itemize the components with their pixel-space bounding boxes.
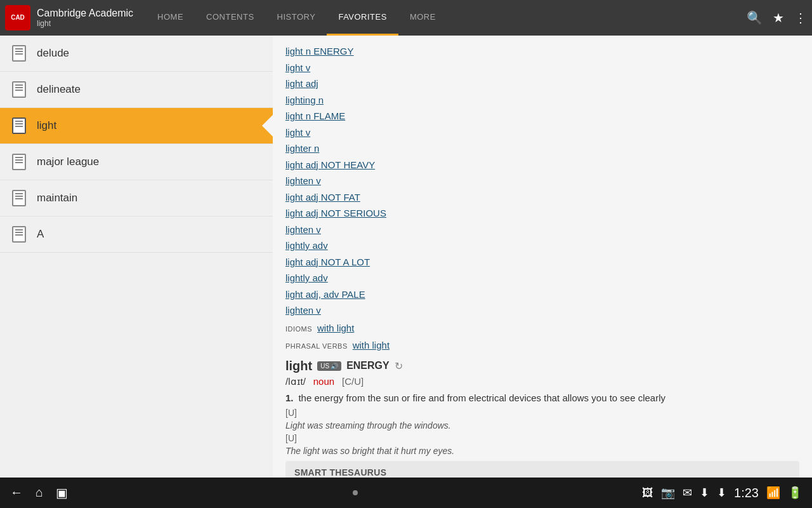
main-layout: delude delineate light major league main…	[0, 36, 812, 478]
download-icon[interactable]: ⬇	[700, 486, 709, 500]
doc-icon-A	[10, 225, 28, 243]
def1-grammar-tag-2: [U]	[285, 433, 799, 443]
phrasal-verbs-label: PHRASAL VERBS	[285, 342, 348, 350]
battery-icon: 🔋	[788, 486, 802, 500]
status-time: 1:23	[734, 486, 759, 500]
entry-phonetics: /lɑɪt/ noun [C/U]	[285, 376, 799, 387]
tab-home[interactable]: HOME	[146, 0, 195, 36]
menu-icon[interactable]: ⋮	[794, 10, 807, 25]
word-link-16[interactable]: lighten v	[285, 302, 799, 319]
entry-grammar: [C/U]	[342, 376, 363, 387]
sidebar-item-light[interactable]: light	[0, 108, 273, 144]
statusbar: ← ⌂ ▣ 🖼 📷 ✉ ⬇ ⬇ 1:23 📶 🔋	[0, 478, 812, 508]
def1-body: the energy from the sun or fire and from…	[298, 392, 665, 403]
word-link-0[interactable]: light n ENERGY	[285, 43, 799, 60]
word-link-14[interactable]: lightly adv	[285, 270, 799, 286]
status-right: 🖼 📷 ✉ ⬇ ⬇ 1:23 📶 🔋	[642, 486, 802, 500]
home-icon[interactable]: ⌂	[36, 485, 43, 500]
topbar: CAD Cambridge Academic light HOME CONTEN…	[0, 0, 812, 36]
sidebar-label-maintain: maintain	[37, 192, 77, 204]
tab-favorites[interactable]: FAVORITES	[327, 0, 398, 36]
sidebar-label-light: light	[37, 119, 56, 132]
word-link-5[interactable]: light v	[285, 124, 799, 141]
sidebar-label-delineate: delineate	[37, 83, 81, 96]
def1-num: 1.	[285, 392, 294, 403]
sidebar: delude delineate light major league main…	[0, 36, 273, 478]
recents-icon[interactable]: ▣	[56, 485, 68, 500]
word-link-8[interactable]: lighten v	[285, 173, 799, 189]
sidebar-item-delude[interactable]: delude	[0, 36, 273, 72]
sidebar-label-major-league: major league	[37, 156, 99, 168]
star-icon[interactable]: ★	[773, 10, 784, 25]
word-link-4[interactable]: light n FLAME	[285, 108, 799, 124]
doc-icon-major-league	[10, 153, 28, 171]
idioms-label: IDIOMS	[285, 325, 312, 333]
phonetic-text: /lɑɪt/	[285, 376, 306, 387]
definition-1: 1. the energy from the sun or fire and f…	[285, 391, 799, 478]
idioms-link[interactable]: with light	[317, 323, 354, 333]
word-link-11[interactable]: lighten v	[285, 222, 799, 238]
tab-more[interactable]: MORE	[398, 0, 447, 36]
sidebar-item-delineate[interactable]: delineate	[0, 72, 273, 108]
app-subtitle: light	[37, 19, 133, 28]
entry-header: light US 🔊 ENERGY ↻	[285, 359, 799, 373]
phrasal-verbs-row: PHRASAL VERBS with light	[285, 337, 799, 354]
word-link-1[interactable]: light v	[285, 60, 799, 76]
def1-grammar-tag: [U]	[285, 408, 799, 418]
doc-icon-maintain	[10, 189, 28, 207]
app-icon: CAD	[5, 5, 30, 30]
content-panel: light n ENERGY light v light adj lightin…	[273, 36, 812, 478]
word-link-7[interactable]: light adj NOT HEAVY	[285, 157, 799, 173]
home-dot	[353, 490, 358, 495]
app-title: Cambridge Academic	[37, 8, 133, 19]
entry-word: light	[285, 359, 312, 373]
idioms-row: IDIOMS with light	[285, 320, 799, 337]
sidebar-item-maintain[interactable]: maintain	[0, 180, 273, 217]
word-link-10[interactable]: light adj NOT SERIOUS	[285, 205, 799, 222]
status-center	[353, 490, 358, 495]
def1-text: 1. the energy from the sun or fire and f…	[285, 391, 799, 406]
back-icon[interactable]: ←	[10, 485, 23, 500]
doc-icon-delude	[10, 44, 28, 62]
audio-badge[interactable]: US 🔊	[317, 361, 341, 371]
entry-category: ENERGY	[346, 360, 390, 371]
wifi-icon: 📶	[766, 486, 780, 500]
search-icon[interactable]: 🔍	[747, 10, 763, 25]
doc-icon-delineate	[10, 81, 28, 98]
word-link-12[interactable]: lightly adv	[285, 237, 799, 254]
word-link-15[interactable]: light adj, adv PALE	[285, 286, 799, 303]
refresh-icon[interactable]: ↻	[395, 360, 403, 372]
entry-section: light US 🔊 ENERGY ↻ /lɑɪt/ noun [C/U] 1.	[285, 359, 799, 478]
entry-pos: noun	[313, 376, 334, 387]
download2-icon[interactable]: ⬇	[717, 486, 726, 500]
mail-icon[interactable]: ✉	[683, 486, 692, 500]
sidebar-item-major-league[interactable]: major league	[0, 144, 273, 180]
sidebar-item-A[interactable]: A	[0, 217, 273, 253]
app-title-group: Cambridge Academic light	[37, 8, 133, 28]
def1-example-1: Light was streaming through the windows.	[285, 420, 799, 431]
top-icons: 🔍 ★ ⋮	[747, 10, 807, 25]
sidebar-label-delude: delude	[37, 47, 69, 60]
smart-thesaurus-1: SMART thesaurus Light	[285, 461, 799, 478]
status-left: ← ⌂ ▣	[10, 485, 68, 500]
tab-contents[interactable]: CONTENTS	[195, 0, 266, 36]
word-link-13[interactable]: light adj NOT A LOT	[285, 254, 799, 271]
smart-title-1: SMART thesaurus	[294, 467, 790, 478]
gallery-icon[interactable]: 🖼	[642, 486, 653, 500]
def1-example-2: The light was so bright that it hurt my …	[285, 446, 799, 456]
phrasal-verbs-link[interactable]: with light	[353, 340, 390, 351]
tab-history[interactable]: HISTORY	[266, 0, 327, 36]
camera-icon[interactable]: 📷	[661, 486, 675, 500]
word-link-3[interactable]: lighting n	[285, 92, 799, 109]
doc-icon-light	[10, 117, 28, 135]
app-icon-text: CAD	[11, 14, 25, 22]
word-link-6[interactable]: lighter n	[285, 140, 799, 157]
sidebar-label-A: A	[37, 228, 44, 241]
word-link-9[interactable]: light adj NOT FAT	[285, 189, 799, 206]
audio-badge-label: US	[320, 363, 329, 370]
word-link-2[interactable]: light adj	[285, 76, 799, 92]
word-links-list: light n ENERGY light v light adj lightin…	[285, 43, 799, 319]
nav-tabs: HOME CONTENTS HISTORY FAVORITES MORE	[146, 0, 747, 36]
audio-icon: 🔊	[331, 363, 338, 370]
